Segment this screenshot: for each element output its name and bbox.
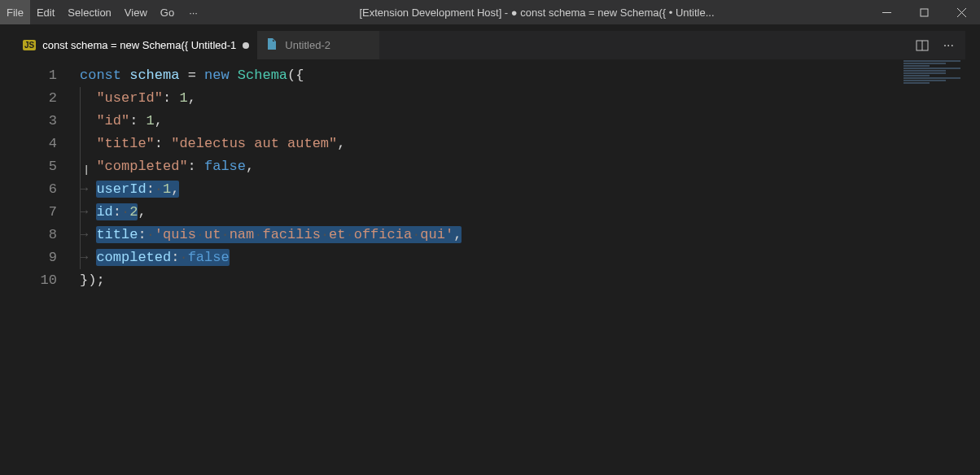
split-editor-button[interactable]: [916, 39, 929, 52]
code-area[interactable]: const schema = new Schema({"userId": 1,"…: [80, 64, 965, 292]
line-number: 10: [15, 269, 57, 292]
close-button[interactable]: [943, 0, 980, 24]
line-numbers: 12345678910: [15, 64, 80, 292]
more-actions-button[interactable]: ···: [943, 38, 954, 53]
dirty-indicator-icon: [243, 42, 249, 49]
code-line[interactable]: "userId": 1,: [80, 87, 965, 110]
tabs-bar: JS const schema = new Schema({ Untitled-…: [15, 31, 965, 59]
line-number: 8: [15, 224, 57, 246]
minimize-button[interactable]: [868, 0, 905, 24]
editor[interactable]: 12345678910 const schema = new Schema({"…: [15, 59, 965, 475]
line-number: 6: [15, 178, 57, 201]
line-number: 4: [15, 133, 57, 155]
minimap[interactable]: [900, 59, 965, 108]
code-line[interactable]: "title": "delectus aut autem",: [80, 133, 965, 155]
line-number: 2: [15, 87, 57, 110]
code-line[interactable]: → id:·2,: [80, 201, 965, 224]
code-line[interactable]: "completed": false,: [80, 155, 965, 178]
code-line[interactable]: "id": 1,: [80, 110, 965, 133]
line-number: 1: [15, 64, 57, 87]
menu-edit[interactable]: Edit: [30, 0, 61, 24]
js-file-icon: JS: [23, 40, 36, 50]
menu-selection[interactable]: Selection: [61, 0, 117, 24]
titlebar: File Edit Selection View Go ··· [Extensi…: [0, 0, 980, 24]
line-number: 3: [15, 110, 57, 133]
code-line[interactable]: });: [80, 269, 965, 292]
menu-go[interactable]: Go: [154, 0, 181, 24]
tab-label: Untitled-2: [285, 39, 371, 51]
maximize-icon: [920, 8, 929, 17]
tab-untitled-1[interactable]: JS const schema = new Schema({ Untitled-…: [15, 31, 257, 59]
split-editor-icon: [916, 39, 929, 52]
code-line[interactable]: → completed:·false: [80, 246, 965, 269]
menu-bar: File Edit Selection View Go ···: [0, 0, 206, 24]
tab-label: const schema = new Schema({ Untitled-1: [42, 39, 236, 51]
editor-actions: ···: [916, 31, 965, 59]
code-line[interactable]: const schema = new Schema({: [80, 64, 965, 87]
svg-rect-0: [921, 9, 928, 16]
window-controls: [868, 0, 980, 24]
maximize-button[interactable]: [905, 0, 943, 24]
minimize-icon: [882, 8, 891, 17]
text-cursor-icon: I: [85, 163, 88, 178]
line-number: 5: [15, 155, 57, 178]
code-line[interactable]: → title:·'quis·ut·nam·facilis·et·officia…: [80, 224, 965, 246]
menu-view[interactable]: View: [118, 0, 154, 24]
line-number: 9: [15, 246, 57, 269]
menu-file[interactable]: File: [0, 0, 30, 24]
window-title: [Extension Development Host] - ● const s…: [206, 7, 868, 19]
file-icon: [265, 37, 278, 53]
tab-untitled-2[interactable]: Untitled-2: [257, 31, 379, 59]
close-icon: [957, 8, 966, 17]
menu-more[interactable]: ···: [181, 0, 206, 24]
code-line[interactable]: → userId:·1,: [80, 178, 965, 201]
line-number: 7: [15, 201, 57, 224]
